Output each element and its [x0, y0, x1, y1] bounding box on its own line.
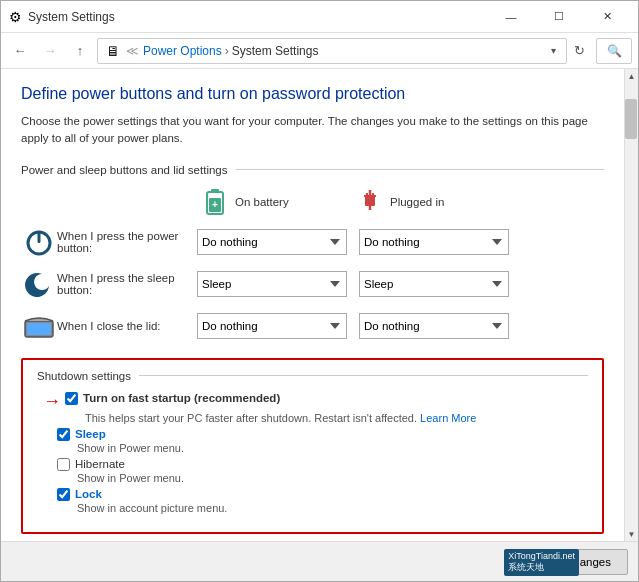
window-icon: ⚙: [9, 9, 22, 25]
watermark: XiTongTiandi.net 系统天地: [504, 549, 579, 576]
plug-icon: [356, 188, 384, 216]
lock-container: Lock Show in account picture menu.: [37, 488, 588, 514]
power-button-battery-select[interactable]: Do nothing Sleep Hibernate Shut down Tur…: [197, 229, 347, 255]
sleep-button-battery-select[interactable]: Do nothing Sleep Hibernate Shut down Tur…: [197, 271, 347, 297]
fast-startup-row: → Turn on fast startup (recommended): [43, 392, 588, 410]
scroll-down-button[interactable]: ▼: [625, 527, 639, 541]
watermark-text: XiTongTiandi.net 系统天地: [504, 549, 579, 576]
search-icon: 🔍: [607, 44, 622, 58]
dropdown-arrow-icon: ▾: [551, 45, 556, 56]
sleep-sub: Show in Power menu.: [57, 442, 588, 454]
lid-plugged-select[interactable]: Do nothing Sleep Hibernate Shut down Tur…: [359, 313, 509, 339]
breadcrumb-sep1: ≪: [126, 44, 139, 58]
lid-label: When I close the lid:: [57, 320, 197, 332]
sleep-button-icon: [21, 266, 57, 302]
address-field[interactable]: 🖥 ≪ Power Options › System Settings: [97, 38, 567, 64]
shutdown-title: Shutdown settings: [37, 370, 588, 382]
lid-icon: [21, 308, 57, 344]
up-button[interactable]: ↑: [67, 38, 93, 64]
close-button[interactable]: ✕: [584, 1, 630, 33]
power-button-dropdowns: Do nothing Sleep Hibernate Shut down Tur…: [197, 229, 509, 255]
sleep-button-plugged-select[interactable]: Do nothing Sleep Hibernate Shut down Tur…: [359, 271, 509, 297]
sleep-button-row: When I press the sleep button: Do nothin…: [21, 266, 604, 302]
hibernate-container: Hibernate Show in Power menu.: [37, 458, 588, 484]
fast-startup-checkbox[interactable]: [65, 392, 78, 405]
power-button-icon: [21, 224, 57, 260]
svg-rect-6: [365, 196, 375, 206]
sleep-checkbox[interactable]: [57, 428, 70, 441]
hibernate-checkbox[interactable]: [57, 458, 70, 471]
content-area: Define power buttons and turn on passwor…: [1, 69, 638, 541]
learn-more-link[interactable]: Learn More: [420, 412, 476, 424]
title-bar: ⚙ System Settings — ☐ ✕: [1, 1, 638, 33]
power-button-plugged-select[interactable]: Do nothing Sleep Hibernate Shut down Tur…: [359, 229, 509, 255]
sleep-label[interactable]: Sleep: [57, 428, 588, 441]
minimize-button[interactable]: —: [488, 1, 534, 33]
battery-column-header: + On battery: [201, 188, 356, 216]
arrow-icon: →: [43, 392, 61, 410]
battery-icon: +: [201, 188, 229, 216]
lid-row: When I close the lid: Do nothing Sleep H…: [21, 308, 604, 344]
plugged-label: Plugged in: [390, 196, 444, 208]
section-label: Power and sleep buttons and lid settings: [21, 164, 604, 176]
lock-checkbox[interactable]: [57, 488, 70, 501]
breadcrumb-power-options[interactable]: Power Options: [143, 44, 222, 58]
scroll-track[interactable]: [625, 83, 638, 527]
power-button-label: When I press the power button:: [57, 230, 197, 254]
svg-text:+: +: [212, 199, 218, 210]
refresh-button[interactable]: ↻: [566, 38, 592, 64]
sleep-button-dropdowns: Do nothing Sleep Hibernate Shut down Tur…: [197, 271, 509, 297]
svg-rect-13: [27, 323, 51, 335]
page-description: Choose the power settings that you want …: [21, 113, 604, 148]
lid-battery-select[interactable]: Do nothing Sleep Hibernate Shut down Tur…: [197, 313, 347, 339]
breadcrumb-current: System Settings: [232, 44, 319, 58]
sleep-button-label: When I press the sleep button:: [57, 272, 197, 296]
svg-rect-1: [211, 189, 219, 193]
shutdown-section: Shutdown settings → Turn on fast startup…: [21, 358, 604, 534]
lock-label[interactable]: Lock: [57, 488, 588, 501]
plugged-column-header: Plugged in: [356, 188, 511, 216]
fast-startup-container: → Turn on fast startup (recommended) Thi…: [37, 392, 588, 424]
window-controls: — ☐ ✕: [488, 1, 630, 33]
breadcrumb-sep2: ›: [225, 44, 229, 58]
svg-rect-11: [38, 231, 41, 243]
address-bar: ← → ↑ 🖥 ≪ Power Options › System Setting…: [1, 33, 638, 69]
main-content: Define power buttons and turn on passwor…: [1, 69, 624, 541]
search-box[interactable]: 🔍: [596, 38, 632, 64]
window-title: System Settings: [28, 10, 488, 24]
fast-startup-label[interactable]: Turn on fast startup (recommended): [65, 392, 280, 405]
bottom-bar: Save changes XiTongTiandi.net 系统天地: [1, 541, 638, 581]
forward-button[interactable]: →: [37, 38, 63, 64]
scroll-up-button[interactable]: ▲: [625, 69, 639, 83]
back-button[interactable]: ←: [7, 38, 33, 64]
page-title: Define power buttons and turn on passwor…: [21, 85, 604, 103]
address-icon: 🖥: [106, 43, 120, 59]
battery-label: On battery: [235, 196, 289, 208]
hibernate-label[interactable]: Hibernate: [57, 458, 588, 471]
fast-startup-sub: This helps start your PC faster after sh…: [43, 412, 588, 424]
maximize-button[interactable]: ☐: [536, 1, 582, 33]
scrollbar[interactable]: ▲ ▼: [624, 69, 638, 541]
hibernate-sub: Show in Power menu.: [57, 472, 588, 484]
lock-sub: Show in account picture menu.: [57, 502, 588, 514]
power-button-row: When I press the power button: Do nothin…: [21, 224, 604, 260]
column-headers: + On battery: [21, 188, 604, 216]
main-window: ⚙ System Settings — ☐ ✕ ← → ↑ 🖥 ≪ Power …: [0, 0, 639, 582]
sleep-container: Sleep Show in Power menu.: [37, 428, 588, 454]
scroll-thumb[interactable]: [625, 99, 637, 139]
lid-dropdowns: Do nothing Sleep Hibernate Shut down Tur…: [197, 313, 509, 339]
